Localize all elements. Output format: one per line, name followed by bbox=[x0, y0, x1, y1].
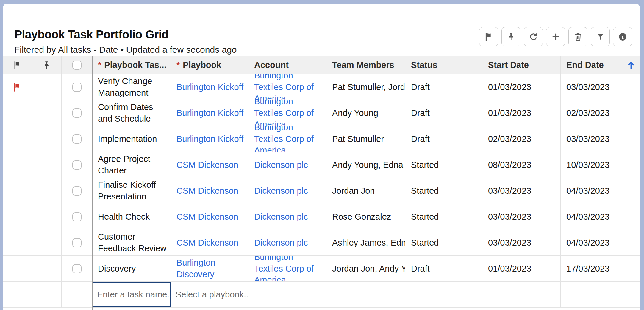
row-pin-cell[interactable] bbox=[32, 74, 62, 100]
playbook-link[interactable]: CSM Dickenson bbox=[176, 211, 238, 223]
delete-button[interactable] bbox=[568, 27, 587, 46]
column-header-status[interactable]: Status bbox=[405, 56, 482, 74]
row-select-cell[interactable] bbox=[62, 230, 92, 255]
row-checkbox[interactable] bbox=[72, 238, 82, 247]
row-flag-cell[interactable] bbox=[3, 256, 32, 281]
start-date-cell[interactable]: 08/03/2023 bbox=[482, 152, 561, 178]
task-name-cell[interactable]: Finalise Kickoff Presentation bbox=[92, 178, 171, 204]
column-header-account[interactable]: Account bbox=[248, 56, 326, 74]
row-select-cell[interactable] bbox=[62, 152, 92, 178]
row-checkbox[interactable] bbox=[72, 160, 82, 170]
start-date-cell[interactable]: 01/03/2023 bbox=[482, 256, 561, 281]
team-members-cell[interactable]: Jordan Jon bbox=[326, 178, 405, 204]
team-members-cell[interactable]: Pat Stumuller bbox=[326, 126, 405, 152]
row-select-cell[interactable] bbox=[62, 100, 92, 126]
account-cell[interactable]: Dickenson plc bbox=[248, 230, 326, 255]
new-task-name-input[interactable] bbox=[92, 282, 171, 307]
account-link[interactable]: Dickenson plc bbox=[254, 211, 308, 223]
row-flag-cell[interactable] bbox=[3, 230, 32, 255]
add-row-button[interactable] bbox=[546, 27, 565, 46]
playbook-cell[interactable]: Burlington Discovery bbox=[171, 256, 248, 281]
account-link[interactable]: Burlington Textiles Corp of America bbox=[254, 126, 323, 152]
playbook-cell[interactable]: Burlington Kickoff bbox=[171, 100, 248, 126]
start-date-cell[interactable]: 01/03/2023 bbox=[482, 74, 561, 100]
task-name-cell[interactable]: Health Check bbox=[92, 204, 171, 230]
team-members-cell[interactable]: Ashley James, Edna bbox=[326, 230, 405, 255]
row-select-cell[interactable] bbox=[62, 74, 92, 100]
start-date-cell[interactable]: 02/03/2023 bbox=[482, 126, 561, 152]
status-cell[interactable]: Started bbox=[405, 178, 482, 204]
row-checkbox[interactable] bbox=[72, 212, 82, 221]
row-flag-cell[interactable] bbox=[3, 126, 32, 152]
account-link[interactable]: Dickenson plc bbox=[254, 185, 308, 197]
start-date-cell[interactable]: 03/03/2023 bbox=[482, 178, 561, 204]
sort-ascending-icon[interactable] bbox=[626, 61, 636, 70]
playbook-link[interactable]: CSM Dickenson bbox=[176, 237, 238, 249]
row-flag-cell[interactable] bbox=[3, 74, 32, 100]
row-checkbox[interactable] bbox=[72, 108, 82, 118]
playbook-link[interactable]: Burlington Discovery bbox=[176, 257, 245, 280]
account-cell[interactable]: Burlington Textiles Corp of America bbox=[248, 256, 326, 281]
playbook-link[interactable]: Burlington Kickoff bbox=[176, 107, 243, 119]
account-cell[interactable]: Burlington Textiles Corp of America bbox=[248, 126, 326, 152]
row-pin-cell[interactable] bbox=[32, 100, 62, 126]
status-cell[interactable]: Draft bbox=[405, 126, 482, 152]
task-name-cell[interactable]: Implementation bbox=[92, 126, 171, 152]
info-button[interactable] bbox=[613, 27, 632, 46]
row-select-cell[interactable] bbox=[62, 204, 92, 230]
status-cell[interactable]: Started bbox=[405, 152, 482, 178]
entry-playbook-cell[interactable] bbox=[171, 282, 248, 307]
row-pin-cell[interactable] bbox=[32, 230, 62, 255]
row-flag-cell[interactable] bbox=[3, 178, 32, 204]
end-date-cell[interactable]: 17/03/2023 bbox=[561, 256, 640, 281]
status-cell[interactable]: Draft bbox=[405, 100, 482, 126]
row-pin-cell[interactable] bbox=[32, 126, 62, 152]
team-members-cell[interactable]: Andy Young, Edna Fr bbox=[326, 152, 405, 178]
task-name-cell[interactable]: Discovery bbox=[92, 256, 171, 281]
row-pin-cell[interactable] bbox=[32, 178, 62, 204]
row-select-cell[interactable] bbox=[62, 256, 92, 281]
start-date-cell[interactable]: 03/03/2023 bbox=[482, 204, 561, 230]
status-cell[interactable]: Draft bbox=[405, 74, 482, 100]
playbook-cell[interactable]: Burlington Kickoff bbox=[171, 74, 248, 100]
account-cell[interactable]: Dickenson plc bbox=[248, 178, 326, 204]
row-checkbox[interactable] bbox=[72, 264, 82, 273]
row-flag-cell[interactable] bbox=[3, 152, 32, 178]
account-cell[interactable]: Burlington Textiles Corp of America bbox=[248, 100, 326, 126]
pin-button[interactable] bbox=[501, 27, 520, 46]
column-header-start-date[interactable]: Start Date bbox=[482, 56, 561, 74]
select-playbook-input[interactable] bbox=[171, 282, 248, 307]
playbook-link[interactable]: CSM Dickenson bbox=[176, 185, 238, 197]
team-members-cell[interactable]: Rose Gonzalez bbox=[326, 204, 405, 230]
playbook-cell[interactable]: CSM Dickenson bbox=[171, 204, 248, 230]
status-cell[interactable]: Draft bbox=[405, 256, 482, 281]
row-select-cell[interactable] bbox=[62, 126, 92, 152]
task-name-cell[interactable]: Verify Change Management bbox=[92, 74, 171, 100]
account-link[interactable]: Dickenson plc bbox=[254, 159, 308, 171]
row-pin-cell[interactable] bbox=[32, 204, 62, 230]
playbook-link[interactable]: Burlington Kickoff bbox=[176, 133, 243, 145]
playbook-link[interactable]: CSM Dickenson bbox=[176, 159, 238, 171]
playbook-link[interactable]: Burlington Kickoff bbox=[176, 81, 243, 93]
row-checkbox[interactable] bbox=[72, 83, 82, 92]
playbook-cell[interactable]: Burlington Kickoff bbox=[171, 126, 248, 152]
select-all-header[interactable] bbox=[62, 56, 92, 74]
row-flag-cell[interactable] bbox=[3, 100, 32, 126]
start-date-cell[interactable]: 03/03/2023 bbox=[482, 230, 561, 255]
end-date-cell[interactable]: 03/03/2023 bbox=[561, 126, 640, 152]
end-date-cell[interactable]: 04/03/2023 bbox=[561, 178, 640, 204]
account-link[interactable]: Dickenson plc bbox=[254, 237, 308, 249]
end-date-cell[interactable]: 10/03/2023 bbox=[561, 152, 640, 178]
start-date-cell[interactable]: 01/03/2023 bbox=[482, 100, 561, 126]
column-header-end-date[interactable]: End Date bbox=[561, 56, 640, 74]
end-date-cell[interactable]: 04/03/2023 bbox=[561, 204, 640, 230]
row-checkbox[interactable] bbox=[72, 134, 82, 144]
playbook-cell[interactable]: CSM Dickenson bbox=[171, 178, 248, 204]
flag-button[interactable] bbox=[479, 27, 498, 46]
account-link[interactable]: Burlington Textiles Corp of America bbox=[254, 74, 323, 100]
playbook-cell[interactable]: CSM Dickenson bbox=[171, 230, 248, 255]
row-checkbox[interactable] bbox=[72, 186, 82, 196]
playbook-cell[interactable]: CSM Dickenson bbox=[171, 152, 248, 178]
team-members-cell[interactable]: Andy Young bbox=[326, 100, 405, 126]
account-link[interactable]: Burlington Textiles Corp of America bbox=[254, 100, 323, 126]
